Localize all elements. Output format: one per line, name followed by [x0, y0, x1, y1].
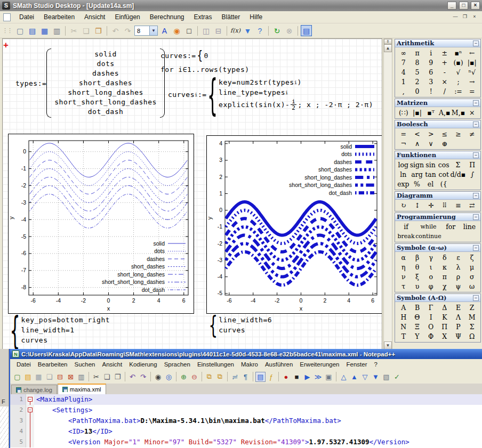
palette-button[interactable]: Χ	[438, 332, 452, 341]
palette-button[interactable]: Ξ	[411, 322, 424, 331]
palette-button[interactable]: i	[424, 48, 438, 58]
sync-horizontal-icon[interactable]: ⧉	[215, 372, 225, 382]
palette-button[interactable]: el	[424, 180, 437, 189]
curves-program-region[interactable]: curves:= { 0 for i∈1..rows(types) curves…	[160, 48, 373, 111]
palette-button[interactable]: sin	[424, 160, 437, 169]
palette-button[interactable]: while	[415, 222, 441, 231]
palette-button[interactable]: μ	[465, 263, 479, 272]
palette-button[interactable]: ;	[452, 77, 465, 86]
collapse-icon[interactable]: −	[473, 152, 479, 158]
print-icon[interactable]: ▥	[51, 25, 62, 36]
close-all-icon[interactable]: ⊠	[66, 372, 76, 382]
palette-button[interactable]: ↕	[411, 201, 424, 210]
plot-region-right[interactable]: -6-4-2024643210-1-2-3-4-5xysoliddotsdash…	[206, 135, 382, 314]
palette-button[interactable]: ↻	[397, 201, 411, 210]
palette-button[interactable]: >	[424, 129, 438, 139]
palette-button[interactable]: √	[452, 68, 465, 77]
npp-menu-item-suchen[interactable]: Suchen	[71, 360, 98, 369]
palette-button[interactable]: log	[397, 160, 410, 169]
palette-button[interactable]: %	[410, 180, 424, 189]
fold-margin[interactable]	[26, 416, 34, 426]
save-icon[interactable]: ▦	[34, 372, 44, 382]
types-definition-region[interactable]: types:= soliddotsdashesshort_dashesshort…	[15, 48, 165, 118]
npp-menu-item-makro[interactable]: Makro	[238, 360, 261, 369]
palette-button[interactable]: Ψ	[452, 332, 465, 341]
sort-desc-icon[interactable]: ▼	[371, 372, 381, 382]
show-symbols-icon[interactable]: ¶	[240, 372, 251, 382]
palette-button[interactable]: Μ	[465, 313, 479, 322]
filter-icon[interactable]: ▼	[242, 25, 253, 36]
palette-button[interactable]: M,▪	[452, 108, 465, 117]
palette-button[interactable]: break	[397, 232, 415, 241]
palette-button[interactable]: 4	[397, 68, 411, 77]
code-line-1[interactable]: 1−<MaximaPlugin>	[10, 394, 482, 405]
palette-button[interactable]: α	[397, 253, 411, 262]
palette-button[interactable]: line	[460, 222, 479, 231]
palette-button[interactable]: Η	[397, 313, 411, 322]
cut-icon[interactable]: ✂	[91, 372, 101, 382]
palette-button[interactable]: ⊕	[438, 139, 452, 148]
npp-menu-item-datei[interactable]: Datei	[13, 360, 34, 369]
palette-button[interactable]: κ	[438, 263, 452, 272]
align-horizontal-icon[interactable]: ◫	[200, 25, 212, 36]
combo-dropdown-icon[interactable]: ▼	[149, 26, 157, 35]
code-line-5[interactable]: 5<Version Major="1" Minor="97" Build="53…	[10, 437, 482, 447]
palette-button[interactable]: ×	[438, 77, 452, 86]
minimize-button[interactable]: _	[447, 2, 456, 10]
palette-button[interactable]: ζ	[465, 253, 479, 262]
palette-button[interactable]: τ	[397, 282, 411, 291]
run-multiple-icon[interactable]: ≫	[313, 372, 323, 382]
zoom-out-icon[interactable]: ⊖	[189, 372, 199, 382]
scrollbar-track[interactable]	[384, 52, 392, 341]
npp-titlebar[interactable]: N C:\Users\Kraska\AppData\Roaming\SMath\…	[10, 349, 482, 359]
palette-button[interactable]: (∷)	[397, 108, 411, 117]
palette-button[interactable]: d/d▪	[451, 170, 466, 179]
palette-button[interactable]: Γ	[424, 303, 438, 312]
undo-icon[interactable]: ↶	[127, 372, 138, 382]
tab-maxima-xml[interactable]: maxima.xml	[58, 384, 106, 394]
palette-button[interactable]: (▪)	[452, 58, 465, 67]
palette-button[interactable]: Κ	[438, 313, 452, 322]
palette-button[interactable]: Ε	[452, 303, 465, 312]
palette-button[interactable]: ±	[438, 48, 452, 58]
palette-button[interactable]: Υ	[411, 332, 424, 341]
palette-button[interactable]: =	[465, 87, 479, 96]
abort-icon[interactable]: ⊗	[284, 25, 295, 36]
palette-button[interactable]: if	[397, 222, 415, 231]
npp-menu-item-einstellungen[interactable]: Einstellungen	[194, 360, 237, 369]
palette-button[interactable]: <	[411, 129, 424, 139]
palette-button[interactable]: Ο	[424, 322, 438, 331]
new-document-icon[interactable]: ▢	[14, 25, 26, 36]
palette-button[interactable]: ✛	[424, 201, 438, 210]
palette-button[interactable]: π	[411, 48, 424, 58]
fold-collapse-icon[interactable]: −	[28, 408, 33, 412]
palette-button[interactable]: ▪ᵀ	[424, 108, 438, 117]
menu-item-ansicht[interactable]: Ansicht	[80, 12, 109, 22]
palette-button[interactable]: for	[441, 222, 460, 231]
npp-menu-item-fenster[interactable]: Fenster	[343, 360, 371, 369]
recalculate-icon[interactable]: ↻	[271, 25, 283, 36]
fold-margin[interactable]: −	[26, 405, 34, 416]
copy-icon[interactable]: ❏	[102, 372, 112, 382]
new-file-icon[interactable]: ▢	[12, 372, 22, 382]
palette-button[interactable]: Π	[438, 322, 452, 331]
function-list-icon[interactable]: ƒ	[266, 372, 276, 382]
collapse-icon[interactable]: −	[473, 100, 479, 106]
plot-region-left[interactable]: -6-4-202460-1-2-3-4-5-6-7-8xysoliddotsda…	[8, 134, 194, 314]
mdi-minimize-button[interactable]: —	[451, 13, 460, 21]
paste-icon[interactable]: ❐	[93, 25, 104, 36]
palette-button[interactable]: Ζ	[465, 303, 479, 312]
collapse-icon[interactable]: −	[473, 193, 479, 199]
copy-icon[interactable]: ❏	[81, 25, 92, 36]
palette-button[interactable]: cos	[437, 160, 451, 169]
sidepanel-toggle-icon[interactable]: ▤	[301, 25, 312, 36]
palette-button[interactable]: Ν	[397, 322, 411, 331]
palette-button[interactable]: 9	[424, 58, 438, 67]
palette-button[interactable]: 8	[411, 58, 424, 67]
collapse-icon[interactable]: −	[473, 121, 479, 127]
palette-button[interactable]: ,	[397, 87, 411, 96]
document-map-icon[interactable]: ▤	[255, 372, 266, 382]
palette-button[interactable]: +	[438, 58, 452, 67]
spellcheck-icon[interactable]: ✓	[392, 372, 402, 382]
palette-button[interactable]: Ι	[424, 313, 438, 322]
